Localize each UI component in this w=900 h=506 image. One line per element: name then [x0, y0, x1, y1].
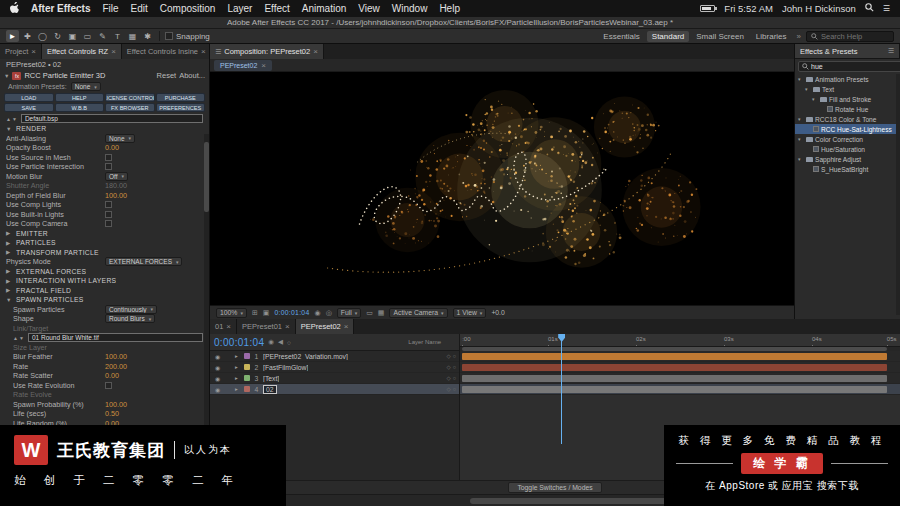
layer-duration-bar[interactable] [462, 364, 887, 371]
effect-row[interactable]: Anti-AliasingNone▾ [0, 134, 209, 144]
effect-row[interactable]: ▶INTERACTION WITH LAYERS [0, 276, 209, 286]
tool-icon[interactable]: ◯ [36, 30, 49, 42]
save-button[interactable]: SAVE [4, 103, 54, 112]
eye-icon[interactable]: ◉ [213, 364, 222, 371]
layer-switch-icon[interactable]: ○ [453, 375, 456, 381]
tool-icon[interactable]: ▦ [126, 30, 139, 42]
close-icon[interactable]: × [313, 47, 318, 56]
effect-row[interactable]: Shutter Angle180.00 [0, 181, 209, 191]
effect-row[interactable]: Rate Evolve [0, 390, 209, 400]
file-stepper-icon[interactable]: ▲▼ [13, 335, 25, 341]
scrollbar-thumb[interactable] [204, 142, 209, 212]
effect-row[interactable]: Blur Feather100.00 [0, 352, 209, 362]
property-checkbox[interactable] [105, 382, 112, 389]
load-button[interactable]: LOAD [4, 93, 54, 102]
twirl-icon[interactable]: ▼ [6, 126, 13, 132]
menu-item[interactable]: File [102, 3, 118, 14]
property-value[interactable]: 200.00 [105, 362, 127, 371]
twirl-icon[interactable]: ▸ [235, 353, 242, 359]
layer-name[interactable]: [Text] [263, 375, 279, 382]
twirl-icon[interactable]: ▾ [812, 96, 818, 102]
eye-icon[interactable]: ◉ [213, 375, 222, 382]
timeline-ruler[interactable]: :0001s02s03s04s05s [460, 334, 900, 347]
effect-row[interactable]: ShapeRound Blurs▾ [0, 314, 209, 324]
layer-switch-icon[interactable]: ◇ [446, 364, 450, 370]
composition-tab[interactable]: ☰ Composition: PEPreset02 × [210, 44, 324, 59]
close-icon[interactable]: × [226, 322, 231, 331]
show-snapshot-icon[interactable]: ◎ [326, 309, 332, 317]
view-layout-dropdown[interactable]: 1 View▾ [453, 308, 487, 318]
panel-tab[interactable]: Project× [0, 44, 42, 59]
timeline-timecode[interactable]: 0:00:01:04 [214, 337, 264, 348]
twirl-icon[interactable]: ▾ [798, 156, 804, 162]
layer-duration-bar[interactable] [462, 386, 887, 393]
close-icon[interactable]: × [261, 61, 266, 70]
playhead[interactable] [561, 334, 562, 444]
twirl-icon[interactable]: ▾ [805, 86, 811, 92]
close-icon[interactable]: × [201, 47, 206, 56]
layer-duration-bar[interactable] [462, 353, 887, 360]
menu-item[interactable]: Edit [131, 3, 148, 14]
label-chip[interactable] [244, 375, 250, 381]
layer-row[interactable]: ◉▸2[FastFilmGlow]◇○ [210, 362, 459, 373]
property-dropdown[interactable]: EXTERNAL FORCES▾ [105, 257, 182, 266]
effect-row[interactable]: Size Layer [0, 343, 209, 353]
magnification-dropdown[interactable]: 100%▾ [216, 308, 247, 318]
layer-switch-icon[interactable]: ◇ [446, 353, 450, 359]
effect-row[interactable]: Physics ModeEXTERNAL FORCES▾ [0, 257, 209, 267]
effect-row[interactable]: Opacity Boost0.00 [0, 143, 209, 153]
eye-icon[interactable]: ◉ [213, 353, 222, 360]
effect-row[interactable]: ▶FRACTAL FIELD [0, 286, 209, 296]
property-value[interactable]: 0.00 [105, 371, 119, 380]
apple-icon[interactable] [10, 2, 19, 15]
effect-row[interactable]: Spawn ParticlesContinuously▾ [0, 305, 209, 315]
effects-search-input[interactable] [811, 63, 900, 70]
help-button[interactable]: HELP [55, 93, 105, 102]
tool-icon[interactable]: ▣ [66, 30, 79, 42]
tool-icon[interactable]: T [111, 30, 124, 42]
property-checkbox[interactable] [105, 154, 112, 161]
panel-tab[interactable]: 01× [210, 319, 237, 334]
current-time-button[interactable]: 0:00:01:04 [274, 309, 309, 316]
effect-row[interactable]: Rate200.00 [0, 362, 209, 372]
property-dropdown[interactable]: Continuously▾ [105, 305, 157, 314]
effect-row[interactable]: Link/Target [0, 324, 209, 334]
workspace-libraries[interactable]: Libraries [751, 31, 792, 42]
label-chip[interactable] [244, 386, 250, 392]
effect-row[interactable]: Motion BlurOff▾ [0, 172, 209, 182]
property-value[interactable]: 0.00 [105, 143, 119, 152]
tree-item[interactable]: Rotate Hue [795, 104, 900, 114]
layer-switch-icon[interactable]: ○ [453, 364, 456, 370]
layer-row[interactable]: ◉▸3[Text]◇○ [210, 373, 459, 384]
effects-search[interactable] [798, 61, 900, 72]
tree-item[interactable]: Hue/Saturation [795, 144, 900, 154]
effect-row[interactable]: Life (secs)0.50 [0, 409, 209, 419]
composition-viewport[interactable] [210, 72, 794, 305]
effect-row[interactable]: ▶EMITTER [0, 229, 209, 239]
snapping-toggle[interactable]: Snapping [165, 32, 210, 41]
effect-row[interactable]: Use Rate Evolution [0, 381, 209, 391]
layer-switch-icon[interactable]: ○ [453, 386, 456, 392]
tool-icon[interactable]: ↻ [51, 30, 64, 42]
layer-duration-bar[interactable] [462, 375, 887, 382]
tool-icon[interactable]: ✚ [21, 30, 34, 42]
region-of-interest-icon[interactable]: ▭ [366, 309, 373, 317]
reset-button[interactable]: Reset [157, 71, 177, 80]
right-scrollbar[interactable] [896, 74, 900, 315]
effect-row[interactable]: ▶EXTERNAL FORCES [0, 267, 209, 277]
about-button[interactable]: About... [179, 71, 205, 80]
workspace-standard[interactable]: Standard [647, 31, 689, 42]
effect-row[interactable]: Spawn Probability (%)100.00 [0, 400, 209, 410]
workspace-overflow-icon[interactable]: » [797, 32, 801, 41]
workspace-essentials[interactable]: Essentials [598, 31, 644, 42]
camera-dropdown[interactable]: Active Camera▾ [389, 308, 447, 318]
twirl-down-icon[interactable]: ▼ [4, 73, 9, 79]
source-image-field[interactable]: 01 Round Blur White.tif [28, 333, 203, 342]
help-search-input[interactable] [821, 32, 889, 41]
tool-icon[interactable]: ✱ [141, 30, 154, 42]
close-icon[interactable]: × [344, 322, 349, 331]
menu-item[interactable]: After Effects [31, 3, 90, 14]
layer-switch-icon[interactable]: ◇ [446, 375, 450, 381]
layer-row[interactable]: ◉▸402◇○ [210, 384, 459, 395]
tree-item[interactable]: ▾RCC18 Color & Tone [795, 114, 900, 124]
